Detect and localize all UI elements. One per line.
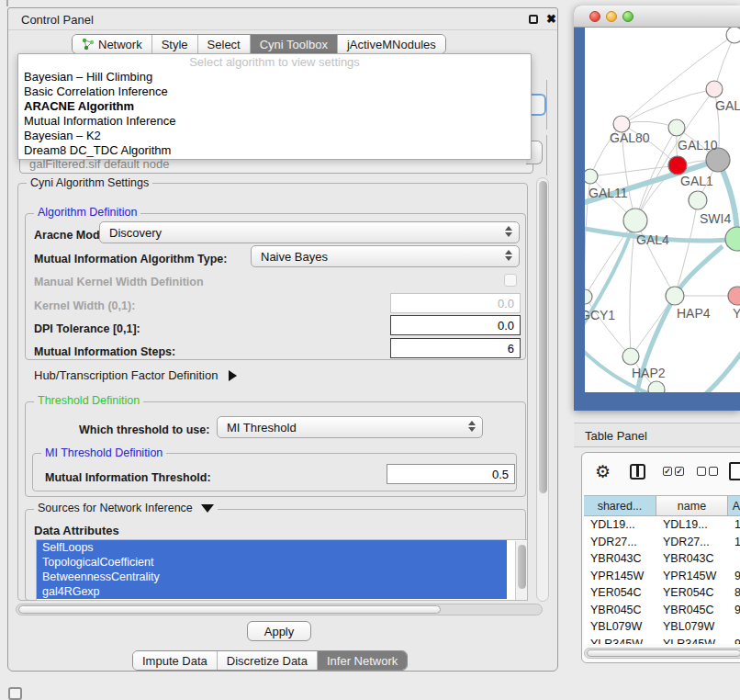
apply-button[interactable]: Apply — [247, 621, 311, 641]
deselect-all-columns-icon[interactable] — [697, 467, 718, 476]
aracne-mode-combobox[interactable]: Discovery — [99, 221, 520, 243]
combo-arrows-icon — [505, 226, 512, 237]
network-node-gal10[interactable] — [668, 119, 685, 136]
table-row[interactable]: YLR345WYLR345W9. — [584, 636, 740, 645]
table-horizontal-scrollbar[interactable] — [584, 648, 740, 659]
table-row[interactable]: YPR145WYPR145W9. — [584, 568, 740, 585]
table-cell: YBL079W — [656, 618, 728, 636]
network-node-hap2[interactable] — [622, 348, 639, 365]
data-attributes-items: SelfLoopsTopologicalCoefficientBetweenne… — [37, 540, 527, 599]
algorithm-option[interactable]: Dream8 DC_TDC Algorithm — [18, 143, 531, 158]
tab-select[interactable]: Select — [198, 35, 251, 53]
network-edge — [622, 89, 714, 124]
network-node-gal1[interactable] — [668, 156, 687, 175]
minimize-traffic-light[interactable] — [606, 11, 617, 22]
close-traffic-light[interactable] — [589, 11, 600, 22]
tab-impute-data[interactable]: Impute Data — [133, 651, 218, 670]
which-threshold-combobox[interactable]: MI Threshold — [217, 416, 483, 438]
tab-infer-network[interactable]: Infer Network — [318, 651, 407, 670]
settings-vscroll-thumb[interactable] — [539, 181, 547, 493]
settings-vertical-scrollbar[interactable] — [536, 177, 549, 602]
attribute-list-item[interactable]: gal4RGexp — [37, 584, 507, 599]
network-node-gal11[interactable] — [585, 169, 598, 184]
tab-network[interactable]: Network — [73, 35, 152, 53]
column-header-shared-name[interactable]: shared... — [584, 496, 656, 516]
algorithm-dropdown-popup: Select algorithm to view settings Bayesi… — [17, 53, 532, 160]
column-header-partial[interactable]: A — [728, 496, 740, 516]
mi-threshold-field[interactable]: 0.5 — [387, 464, 515, 484]
table-panel-title: Table Panel — [585, 429, 647, 443]
mi-algorithm-type-combobox[interactable]: Naive Bayes — [251, 245, 520, 267]
algorithm-option[interactable]: ARACNE Algorithm — [18, 99, 531, 114]
float-window-icon[interactable] — [529, 15, 538, 24]
attribute-list-item[interactable]: SelfLoops — [37, 540, 507, 555]
kernel-width-field[interactable]: 0.0 — [390, 293, 521, 313]
tab-cyni-toolbox[interactable]: Cyni Toolbox — [251, 35, 338, 53]
table-row[interactable]: YDR27...YDR27...12 — [584, 534, 740, 551]
tab-jactivemnodules-label: jActiveMNodules — [347, 38, 436, 51]
network-node-y[interactable] — [728, 287, 740, 305]
sources-title-label: Sources for Network Inference — [38, 502, 193, 514]
table-row[interactable]: YBL079WYBL079W — [584, 618, 740, 636]
manual-kernel-width-checkbox[interactable] — [504, 274, 517, 287]
algorithm-option[interactable]: Bayesian – K2 — [18, 129, 531, 143]
network-node-hap4[interactable] — [666, 287, 684, 305]
network-window-titlebar[interactable] — [574, 6, 740, 28]
settings-horizontal-scrollbar[interactable] — [16, 604, 543, 615]
node-label: HAP2 — [632, 366, 666, 380]
list-scrollbar-thumb[interactable] — [518, 545, 526, 589]
select-all-columns-icon[interactable]: ✓ ✓ — [663, 467, 684, 476]
unchecked-checkbox-icon — [709, 467, 718, 476]
table-cell: YBR043C — [656, 550, 728, 568]
column-header-label: name — [678, 500, 706, 513]
columns-icon[interactable] — [630, 464, 645, 480]
close-icon[interactable]: ✖ — [546, 12, 556, 26]
table-row[interactable]: YDL19...YDL19...13 — [584, 516, 740, 534]
bottom-left-partial-icon[interactable] — [8, 687, 22, 700]
settings-hscroll-thumb[interactable] — [18, 605, 441, 614]
tab-discretize-data[interactable]: Discretize Data — [218, 651, 318, 670]
algorithm-combobox-fragment[interactable] — [532, 94, 546, 116]
gear-icon[interactable]: ⚙ — [595, 463, 611, 481]
network-node[interactable] — [648, 381, 665, 392]
hub-definition-toggle[interactable]: Hub/Transcription Factor Definition — [34, 368, 237, 382]
dpi-tolerance-field[interactable]: 0.0 — [390, 315, 521, 335]
attribute-list-item[interactable]: BetweennessCentrality — [37, 570, 507, 584]
table-hscroll-thumb[interactable] — [587, 649, 740, 657]
algorithm-option[interactable]: Bayesian – Hill Climbing — [18, 70, 531, 85]
algorithm-option[interactable]: Basic Correlation Inference — [18, 85, 531, 99]
node-table: shared... name A YDL19...YDL19...13YDR27… — [584, 495, 740, 644]
algorithm-option[interactable]: Mutual Information Inference — [18, 114, 531, 129]
table-cell — [728, 550, 740, 568]
network-canvas[interactable]: GALGAL80GAL10GAL1GAL11SWI4GAL4GCY1HAP4YH… — [585, 28, 740, 392]
page-icon[interactable] — [729, 462, 740, 480]
mi-threshold-value: 0.5 — [492, 468, 509, 481]
table-header-row: shared... name A — [584, 496, 740, 516]
mi-threshold-definition-title: MI Threshold Definition — [41, 447, 166, 459]
tab-style[interactable]: Style — [152, 35, 198, 53]
table-row[interactable]: YBR043CYBR043C — [584, 550, 740, 568]
column-header-name[interactable]: name — [656, 496, 728, 516]
table-row[interactable]: YBR045CYBR045C9. — [584, 602, 740, 619]
list-vertical-scrollbar[interactable] — [515, 541, 527, 600]
table-toolbar: ⚙ ✓ ✓ — [582, 462, 740, 490]
zoom-traffic-light[interactable] — [622, 11, 633, 22]
network-node-gcy1[interactable] — [585, 289, 592, 304]
bottom-tabbar: Impute Data Discretize Data Infer Networ… — [132, 650, 408, 671]
table-cell: 9. — [728, 568, 740, 585]
network-node[interactable] — [689, 191, 707, 209]
data-attributes-list[interactable]: SelfLoopsTopologicalCoefficientBetweenne… — [36, 539, 528, 601]
network-node-swi4[interactable] — [725, 227, 740, 251]
control-panel-tabbar: Network Style Select Cyni Toolbox jActiv… — [72, 34, 446, 54]
attribute-list-item[interactable]: TopologicalCoefficient — [37, 555, 507, 570]
network-node-gal4[interactable] — [623, 209, 647, 232]
table-cell: YDL19... — [656, 516, 728, 534]
sources-group-title[interactable]: Sources for Network Inference — [34, 502, 218, 514]
network-view-window: GALGAL80GAL10GAL1GAL11SWI4GAL4GCY1HAP4YH… — [574, 6, 740, 411]
network-node[interactable] — [726, 28, 740, 43]
table-cell: YER054C — [584, 584, 656, 602]
network-node-gal[interactable] — [706, 81, 723, 97]
tab-jactivemnodules[interactable]: jActiveMNodules — [338, 35, 445, 53]
mi-steps-field[interactable]: 6 — [390, 338, 521, 358]
table-row[interactable]: YER054CYER054C8. — [584, 584, 740, 602]
